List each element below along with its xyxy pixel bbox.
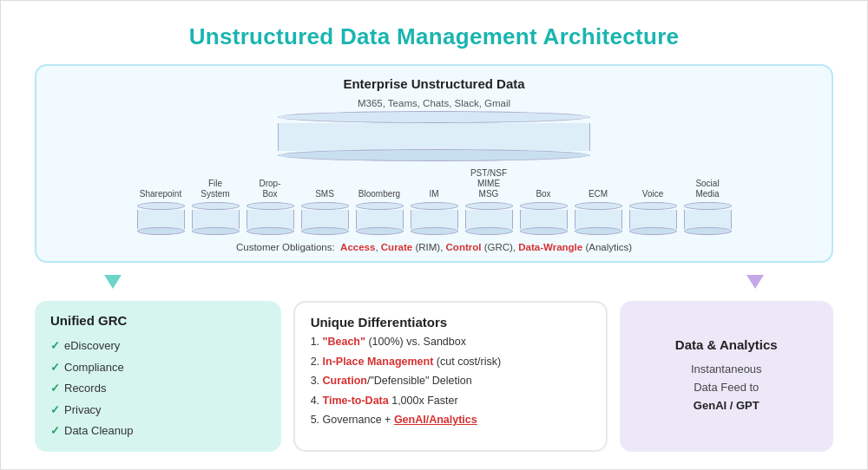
box-differentiators: Unique Differentiators 1. "Beach" (100%)… bbox=[293, 301, 608, 452]
grc-item-privacy: ✓Privacy bbox=[50, 401, 266, 419]
box-grc: Unified GRC ✓eDiscovery ✓Compliance ✓Rec… bbox=[35, 301, 281, 452]
cyl-item-sharepoint: Sharepoint bbox=[137, 189, 185, 235]
page-title: Unstructured Data Management Architectur… bbox=[35, 23, 833, 50]
diff-item-5: 5. Governance + GenAI/Analytics bbox=[311, 413, 590, 428]
grc-item-datacleanup: ✓Data Cleanup bbox=[50, 422, 266, 440]
cyl-item-dropbox: Drop-Box bbox=[247, 179, 294, 235]
cyl-item-im: IM bbox=[411, 189, 458, 235]
cyl-item-ecm: ECM bbox=[575, 189, 622, 235]
cyl-item-bloomberg: Bloomberg bbox=[356, 189, 404, 235]
enterprise-title: Enterprise Unstructured Data bbox=[343, 76, 524, 91]
diff-title: Unique Differentiators bbox=[311, 315, 590, 330]
cylinders-row: Sharepoint FileSystem Drop-Box SMS Bloom… bbox=[137, 168, 732, 235]
grc-title: Unified GRC bbox=[50, 313, 266, 328]
enterprise-box: Enterprise Unstructured Data M365, Teams… bbox=[35, 64, 833, 263]
bottom-row: Unified GRC ✓eDiscovery ✓Compliance ✓Rec… bbox=[35, 301, 833, 452]
analytics-text: Instantaneous Data Feed to GenAI / GPT bbox=[691, 361, 762, 415]
diff-item-4: 4. Time-to-Data 1,000x Faster bbox=[311, 394, 590, 409]
diff-item-3: 3. Curation/"Defensible" Deletion bbox=[311, 374, 590, 389]
main-cylinder-label: M365, Teams, Chats, Slack, Gmail bbox=[358, 98, 510, 108]
arrows-row bbox=[35, 275, 833, 289]
main-cylinder-group: M365, Teams, Chats, Slack, Gmail bbox=[278, 98, 590, 161]
main-cylinder bbox=[278, 111, 590, 161]
cyl-item-socialmedia: SocialMedia bbox=[684, 179, 732, 235]
cyl-item-sms: SMS bbox=[301, 189, 349, 235]
cyl-bottom bbox=[278, 149, 590, 161]
diff-item-2: 2. In-Place Management (cut cost/risk) bbox=[311, 355, 590, 370]
cyl-item-box: Box bbox=[520, 189, 568, 235]
arrow-left bbox=[104, 275, 122, 289]
grc-item-records: ✓Records bbox=[50, 380, 266, 397]
analytics-title: Data & Analytics bbox=[675, 337, 778, 352]
cyl-top bbox=[278, 111, 590, 123]
cyl-item-pst: PST/NSFMIMEMSG bbox=[465, 168, 513, 235]
diff-list: 1. "Beach" (100%) vs. Sandbox 2. In-Plac… bbox=[311, 335, 590, 428]
cyl-item-filesystem: FileSystem bbox=[192, 179, 240, 235]
cyl-body bbox=[278, 123, 590, 151]
arrow-right bbox=[746, 275, 764, 289]
box-analytics: Data & Analytics Instantaneous Data Feed… bbox=[620, 301, 833, 452]
grc-item-ediscovery: ✓eDiscovery bbox=[50, 337, 266, 355]
diff-item-1: 1. "Beach" (100%) vs. Sandbox bbox=[311, 335, 590, 350]
customer-obligations: Customer Obligations: Access, Curate (RI… bbox=[236, 242, 632, 252]
grc-item-compliance: ✓Compliance bbox=[50, 359, 266, 376]
cyl-item-voice: Voice bbox=[629, 189, 677, 235]
